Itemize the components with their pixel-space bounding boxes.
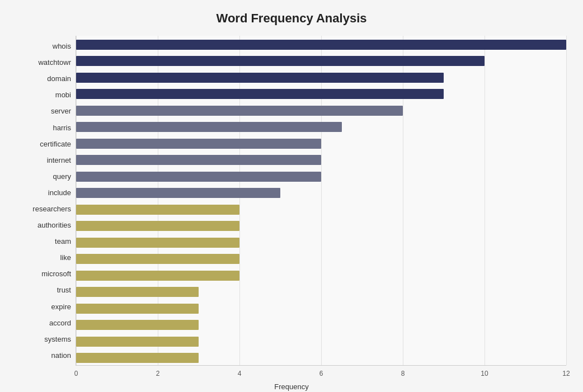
- bar-researchers: [76, 205, 239, 215]
- y-label-authorities: authorities: [17, 218, 71, 233]
- x-tick-10: 10: [481, 370, 488, 377]
- y-label-researchers: researchers: [17, 201, 71, 216]
- bar-mobi: [76, 89, 444, 99]
- y-axis: whoiswatchtowrdomainmobiserverharriscert…: [17, 36, 76, 366]
- y-label-internet: internet: [17, 153, 71, 167]
- bar-row-microsoft: [76, 270, 566, 282]
- y-label-microsoft: microsoft: [17, 267, 71, 281]
- bar-row-server: [76, 105, 566, 117]
- bar-row-domain: [76, 72, 566, 84]
- x-tick-8: 8: [401, 370, 405, 377]
- bar-whois: [76, 40, 566, 50]
- bar-row-systems: [76, 336, 566, 348]
- grid-line-10: [485, 36, 485, 365]
- bar-row-harris: [76, 121, 566, 133]
- y-label-accord: accord: [17, 315, 71, 330]
- bar-team: [76, 238, 239, 248]
- bar-like: [76, 254, 239, 264]
- bar-row-internet: [76, 154, 566, 166]
- bar-row-trust: [76, 286, 566, 298]
- y-label-certificate: certificate: [17, 136, 71, 151]
- y-label-team: team: [17, 234, 71, 249]
- bar-domain: [76, 73, 444, 83]
- y-label-query: query: [17, 169, 71, 183]
- x-tick-6: 6: [319, 370, 323, 377]
- y-label-systems: systems: [17, 332, 71, 346]
- bar-accord: [76, 320, 199, 330]
- bar-expire: [76, 304, 199, 314]
- x-tick-4: 4: [238, 370, 242, 377]
- bars-area: 024681012: [76, 36, 566, 366]
- bar-certificate: [76, 139, 321, 149]
- grid-line-6: [321, 36, 322, 365]
- bar-row-watchtowr: [76, 55, 566, 67]
- x-tick-0: 0: [74, 370, 78, 377]
- grid-line-12: [566, 36, 567, 365]
- y-label-expire: expire: [17, 299, 71, 314]
- y-label-watchtowr: watchtowr: [17, 55, 71, 70]
- bar-microsoft: [76, 271, 239, 281]
- y-label-include: include: [17, 185, 71, 200]
- bar-server: [76, 106, 403, 116]
- bar-internet: [76, 155, 321, 165]
- bar-row-researchers: [76, 204, 566, 216]
- bar-row-nation: [76, 352, 566, 364]
- y-label-trust: trust: [17, 283, 71, 297]
- bar-row-whois: [76, 39, 566, 51]
- bar-trust: [76, 287, 199, 297]
- bar-row-expire: [76, 303, 566, 315]
- bar-include: [76, 188, 280, 198]
- y-label-mobi: mobi: [17, 88, 71, 102]
- bar-row-certificate: [76, 138, 566, 150]
- bar-row-accord: [76, 319, 566, 331]
- y-label-harris: harris: [17, 120, 71, 135]
- bar-query: [76, 172, 321, 182]
- y-label-nation: nation: [17, 348, 71, 362]
- bar-row-mobi: [76, 88, 566, 100]
- grid-line-2: [158, 36, 158, 365]
- bar-harris: [76, 122, 342, 132]
- x-axis-label: Frequency: [17, 382, 566, 391]
- grid-line-8: [403, 36, 403, 365]
- x-tick-2: 2: [156, 370, 160, 377]
- x-tick-12: 12: [562, 370, 570, 377]
- chart-title: Word Frequency Analysis: [17, 11, 566, 26]
- bar-nation: [76, 353, 199, 363]
- bar-row-authorities: [76, 220, 566, 232]
- chart-container: Word Frequency Analysis whoiswatchtowrdo…: [0, 0, 583, 392]
- grid-line-4: [239, 36, 240, 365]
- bar-systems: [76, 337, 199, 347]
- y-label-whois: whois: [17, 39, 71, 54]
- y-label-domain: domain: [17, 72, 71, 86]
- y-label-server: server: [17, 104, 71, 119]
- bar-row-query: [76, 171, 566, 183]
- grid-line-0: [76, 36, 77, 365]
- bar-watchtowr: [76, 56, 485, 66]
- bar-row-include: [76, 187, 566, 199]
- bar-row-like: [76, 253, 566, 265]
- bar-row-team: [76, 237, 566, 249]
- chart-area: whoiswatchtowrdomainmobiserverharriscert…: [17, 36, 566, 366]
- y-label-like: like: [17, 251, 71, 265]
- bar-authorities: [76, 221, 239, 231]
